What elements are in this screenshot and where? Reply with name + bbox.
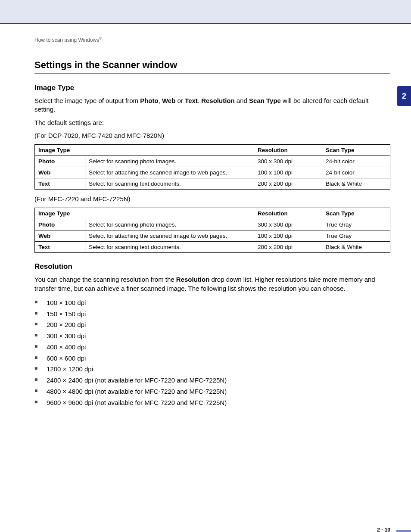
defaults-label: The default settings are: bbox=[34, 118, 390, 127]
header-bar bbox=[0, 0, 411, 24]
text: or bbox=[175, 97, 185, 104]
table-row: Photo Select for scanning photo images. … bbox=[35, 156, 390, 167]
bold-resolution: Resolution bbox=[176, 276, 210, 283]
list-item: 4800 × 4800 dpi (not available for MFC-7… bbox=[34, 386, 390, 397]
chapter-tab: 2 bbox=[397, 86, 411, 106]
table-row: Text Select for scanning text documents.… bbox=[35, 178, 390, 190]
cell-res: 300 x 300 dpi bbox=[254, 156, 322, 167]
cell-type: Text bbox=[35, 178, 85, 190]
cell-scan: Black & White bbox=[322, 178, 390, 190]
cell-res: 200 x 200 dpi bbox=[254, 178, 322, 190]
cell-scan: True Gray bbox=[322, 230, 390, 242]
resolution-list: 100 × 100 dpi 150 × 150 dpi 200 × 200 dp… bbox=[34, 297, 390, 408]
text: You can change the scanning resolution f… bbox=[34, 276, 176, 283]
text: . bbox=[198, 97, 201, 104]
list-item: 1200 × 1200 dpi bbox=[34, 364, 390, 375]
resolution-heading: Resolution bbox=[34, 262, 390, 271]
table1-caption: (For DCP-7020, MFC-7420 and MFC-7820N) bbox=[34, 131, 390, 140]
cell-type: Photo bbox=[35, 219, 85, 230]
list-item: 600 × 600 dpi bbox=[34, 353, 390, 364]
image-type-heading: Image Type bbox=[34, 84, 390, 92]
list-item: 100 × 100 dpi bbox=[34, 297, 390, 308]
bold-scantype: Scan Type bbox=[249, 97, 281, 104]
page-footer: 2 - 10 bbox=[0, 520, 411, 532]
list-item: 9600 × 9600 dpi (not available for MFC-7… bbox=[34, 397, 390, 408]
list-item: 400 × 400 dpi bbox=[34, 342, 390, 353]
page-content: How to scan using Windows® 2 Settings in… bbox=[0, 24, 411, 408]
th-image-type: Image Type bbox=[35, 208, 254, 219]
chapter-number: 2 bbox=[402, 92, 406, 101]
bold-resolution: Resolution bbox=[201, 97, 235, 104]
cell-scan: 24-bit color bbox=[322, 156, 390, 167]
resolution-intro: You can change the scanning resolution f… bbox=[34, 275, 390, 293]
cell-res: 300 x 300 dpi bbox=[254, 219, 322, 230]
list-item: 200 × 200 dpi bbox=[34, 319, 390, 330]
page-number: 2 - 10 bbox=[377, 527, 390, 532]
table-row: Text Select for scanning text documents.… bbox=[35, 242, 390, 253]
section-title: Settings in the Scanner window bbox=[34, 59, 390, 74]
bold-web: Web bbox=[162, 97, 175, 104]
cell-res: 200 x 200 dpi bbox=[254, 242, 322, 253]
trademark-symbol: ® bbox=[99, 36, 102, 40]
table-row: Photo Select for scanning photo images. … bbox=[35, 219, 390, 230]
th-resolution: Resolution bbox=[254, 145, 322, 156]
th-scan-type: Scan Type bbox=[322, 145, 390, 156]
table2-caption: (For MFC-7220 and MFC-7225N) bbox=[34, 195, 390, 203]
cell-desc: Select for attaching the scanned image t… bbox=[85, 230, 254, 242]
th-resolution: Resolution bbox=[254, 208, 322, 219]
bold-text: Text bbox=[185, 97, 198, 104]
bold-photo: Photo bbox=[140, 97, 159, 104]
table-row: Web Select for attaching the scanned ima… bbox=[35, 167, 390, 178]
cell-type: Photo bbox=[35, 156, 85, 167]
footer-decoration bbox=[396, 530, 411, 532]
cell-type: Web bbox=[35, 167, 85, 178]
table-header-row: Image Type Resolution Scan Type bbox=[35, 145, 390, 156]
cell-res: 100 x 100 dpi bbox=[254, 167, 322, 178]
image-type-intro: Select the image type of output from Pho… bbox=[34, 96, 390, 114]
settings-table-2: Image Type Resolution Scan Type Photo Se… bbox=[34, 208, 390, 253]
table-header-row: Image Type Resolution Scan Type bbox=[35, 208, 390, 219]
cell-desc: Select for scanning photo images. bbox=[85, 156, 254, 167]
settings-table-1: Image Type Resolution Scan Type Photo Se… bbox=[34, 144, 390, 190]
cell-desc: Select for scanning text documents. bbox=[85, 242, 254, 253]
cell-scan: True Gray bbox=[322, 219, 390, 230]
breadcrumb-text: How to scan using Windows bbox=[34, 37, 99, 43]
list-item: 150 × 150 dpi bbox=[34, 308, 390, 320]
cell-res: 100 x 100 dpi bbox=[254, 230, 322, 242]
cell-desc: Select for attaching the scanned image t… bbox=[85, 167, 254, 178]
cell-type: Web bbox=[35, 230, 85, 242]
list-item: 300 × 300 dpi bbox=[34, 330, 390, 342]
cell-scan: Black & White bbox=[322, 242, 390, 253]
th-scan-type: Scan Type bbox=[322, 208, 390, 219]
list-item: 2400 × 2400 dpi (not available for MFC-7… bbox=[34, 375, 390, 386]
th-image-type: Image Type bbox=[35, 145, 254, 156]
text: , bbox=[159, 97, 162, 104]
table-row: Web Select for attaching the scanned ima… bbox=[35, 230, 390, 242]
breadcrumb: How to scan using Windows® bbox=[34, 36, 390, 43]
text: and bbox=[235, 97, 249, 104]
cell-type: Text bbox=[35, 242, 85, 253]
cell-desc: Select for scanning text documents. bbox=[85, 178, 254, 190]
cell-desc: Select for scanning photo images. bbox=[85, 219, 254, 230]
text: Select the image type of output from bbox=[34, 97, 140, 104]
cell-scan: 24-bit color bbox=[322, 167, 390, 178]
